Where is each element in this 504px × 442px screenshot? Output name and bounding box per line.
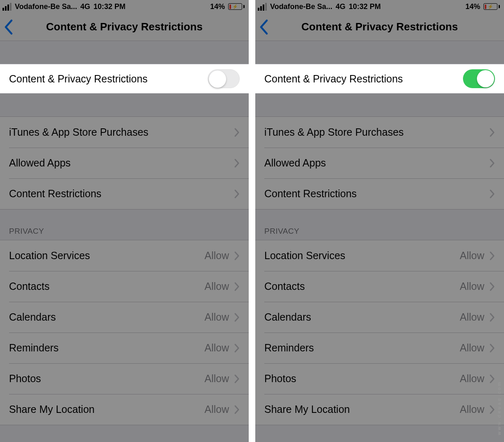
chevron-left-icon [3,19,13,35]
row-value: Allow [460,250,484,262]
main-group: iTunes & App Store Purchases Allowed App… [255,116,504,210]
row-label: Photos [9,373,41,385]
network-label: 4G [336,2,346,11]
switch-knob [209,71,226,88]
chevron-right-icon [489,158,495,168]
row-itunes-purchases[interactable]: iTunes & App Store Purchases [0,117,249,148]
chevron-right-icon [489,374,495,384]
row-calendars[interactable]: Calendars Allow [255,302,504,333]
row-allowed-apps[interactable]: Allowed Apps [0,148,249,178]
row-label: Share My Location [264,403,350,415]
row-value: Allow [204,280,229,292]
privacy-group: Location Services Allow Contacts Allow C… [255,240,504,425]
back-button[interactable] [259,19,268,35]
row-value: Allow [204,311,229,323]
row-value: Allow [460,373,484,385]
battery-percent: 14% [210,2,225,11]
row-label: iTunes & App Store Purchases [264,126,404,138]
row-label: Content Restrictions [264,188,357,200]
row-value: Allow [204,373,229,385]
chevron-right-icon [234,158,240,168]
row-label: Calendars [9,311,56,323]
side-by-side-wrap: Vodafone-Be Sa... 4G 10:32 PM 14% ⚡ Cont… [0,0,504,442]
switch-knob [477,70,494,87]
row-location-services[interactable]: Location Services Allow [0,240,249,271]
row-label: Share My Location [9,403,94,415]
row-contacts[interactable]: Contacts Allow [255,271,504,302]
row-label: Photos [264,373,296,385]
row-label: Contacts [264,280,305,292]
toggle-label: Content & Privacy Restrictions [264,73,403,85]
main-group: iTunes & App Store Purchases Allowed App… [0,116,249,210]
row-value: Allow [204,342,229,354]
row-value: Allow [460,280,484,292]
phone-right: Vodafone-Be Sa... 4G 10:32 PM 14% ⚡ Cont… [255,0,504,442]
nav-title: Content & Privacy Restrictions [0,21,249,33]
chevron-right-icon [234,251,240,261]
row-label: Location Services [9,250,90,262]
signal-icon [2,3,11,11]
row-label: iTunes & App Store Purchases [9,126,149,138]
row-share-my-location[interactable]: Share My Location Allow [255,394,504,425]
chevron-right-icon [489,282,495,292]
toggle-label: Content & Privacy Restrictions [9,73,148,85]
row-reminders[interactable]: Reminders Allow [0,333,249,363]
content-privacy-toggle-row: Content & Privacy Restrictions [0,64,249,93]
row-itunes-purchases[interactable]: iTunes & App Store Purchases [255,117,504,148]
row-allowed-apps[interactable]: Allowed Apps [255,148,504,178]
content-privacy-switch[interactable] [208,69,240,88]
nav-title: Content & Privacy Restrictions [255,21,504,33]
row-location-services[interactable]: Location Services Allow [255,240,504,271]
row-reminders[interactable]: Reminders Allow [255,333,504,363]
row-value: Allow [204,250,229,262]
row-share-my-location[interactable]: Share My Location Allow [0,394,249,425]
back-button[interactable] [3,19,13,35]
privacy-header: PRIVACY [0,210,249,240]
row-label: Allowed Apps [264,157,326,169]
chevron-right-icon [489,251,495,261]
chevron-right-icon [234,282,240,292]
row-label: Content Restrictions [9,188,101,200]
chevron-right-icon [489,405,495,415]
battery-icon: ⚡ [483,3,500,10]
content-privacy-switch[interactable] [463,69,495,88]
chevron-right-icon [234,374,240,384]
nav-bar: Content & Privacy Restrictions [255,13,504,41]
chevron-right-icon [489,343,495,353]
chevron-right-icon [234,343,240,353]
privacy-group: Location Services Allow Contacts Allow C… [0,240,249,425]
chevron-right-icon [234,189,240,199]
chevron-right-icon [489,189,495,199]
row-photos[interactable]: Photos Allow [255,363,504,394]
row-label: Calendars [264,311,311,323]
spacer [0,41,249,64]
row-content-restrictions[interactable]: Content Restrictions [255,178,504,209]
carrier-label: Vodafone-Be Sa... [270,2,332,11]
watermark: www.deuaq.com [497,380,502,435]
chevron-right-icon [489,312,495,322]
status-bar: Vodafone-Be Sa... 4G 10:32 PM 14% ⚡ [0,0,249,13]
privacy-header: PRIVACY [255,210,504,240]
row-label: Location Services [264,250,345,262]
row-label: Reminders [9,342,59,354]
status-bar: Vodafone-Be Sa... 4G 10:32 PM 14% ⚡ [255,0,504,13]
spacer [0,93,249,116]
clock-label: 10:32 PM [349,2,381,11]
row-contacts[interactable]: Contacts Allow [0,271,249,302]
row-value: Allow [460,403,484,415]
row-photos[interactable]: Photos Allow [0,363,249,394]
clock-label: 10:32 PM [94,2,126,11]
chevron-right-icon [234,312,240,322]
row-value: Allow [204,403,229,415]
phone-left: Vodafone-Be Sa... 4G 10:32 PM 14% ⚡ Cont… [0,0,249,442]
row-value: Allow [460,311,484,323]
content-privacy-toggle-row: Content & Privacy Restrictions [255,64,504,93]
row-calendars[interactable]: Calendars Allow [0,302,249,333]
chevron-right-icon [489,128,495,137]
nav-bar: Content & Privacy Restrictions [0,13,249,41]
battery-icon: ⚡ [228,3,245,10]
row-content-restrictions[interactable]: Content Restrictions [0,178,249,209]
row-label: Contacts [9,280,50,292]
chevron-left-icon [259,19,268,35]
battery-percent: 14% [465,2,480,11]
